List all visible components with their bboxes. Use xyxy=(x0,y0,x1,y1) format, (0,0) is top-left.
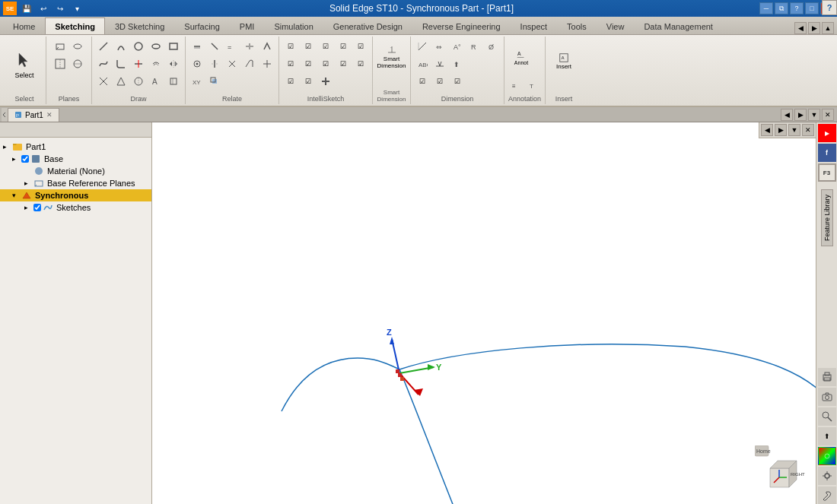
relate-btn-3[interactable]: = xyxy=(224,38,240,55)
relate-btn-8[interactable] xyxy=(224,55,240,72)
relate-btn-7[interactable] xyxy=(206,55,223,72)
is-btn-5[interactable]: ☑ xyxy=(352,38,369,55)
base-checkbox[interactable] xyxy=(21,155,29,163)
dim-btn-8[interactable]: ⬆ xyxy=(449,55,466,72)
insert-btn[interactable]: A Insert xyxy=(549,38,579,84)
draw-line[interactable] xyxy=(95,38,112,55)
is-btn-7[interactable]: ☑ xyxy=(300,55,317,72)
plane-btn-4[interactable] xyxy=(69,55,86,72)
is-btn-3[interactable]: ☑ xyxy=(317,38,334,55)
dim-btn-1[interactable] xyxy=(414,38,431,55)
draw-mirror[interactable] xyxy=(165,55,182,72)
doc-tab-scroll-left[interactable] xyxy=(2,108,8,122)
maximize-button[interactable]: □ xyxy=(805,2,819,14)
view-nav-left[interactable]: ◀ xyxy=(781,109,793,121)
feature-library-tab[interactable]: Feature Library xyxy=(821,189,833,246)
tab-data-management[interactable]: Data Management xyxy=(634,17,723,34)
draw-more-3[interactable] xyxy=(130,73,147,90)
is-btn-8[interactable]: ☑ xyxy=(317,55,334,72)
smart-dimension-btn[interactable]: ↔ SmartDimension xyxy=(377,38,407,76)
viewport-nav-down2[interactable]: ▼ xyxy=(788,124,800,136)
view-close[interactable]: ✕ xyxy=(822,109,834,121)
relate-btn-5[interactable] xyxy=(259,38,275,55)
dim-btn-3[interactable]: A° xyxy=(449,38,466,55)
draw-more-2[interactable] xyxy=(113,73,129,90)
is-btn-plus[interactable] xyxy=(317,73,334,90)
tab-3d-sketching[interactable]: 3D Sketching xyxy=(105,17,174,34)
tab-generative-design[interactable]: Generative Design xyxy=(323,17,412,34)
ribbon-collapse[interactable]: ▲ xyxy=(822,22,834,34)
tree-item-root[interactable]: ▸ Part1 xyxy=(0,141,151,153)
draw-ellipse[interactable] xyxy=(148,38,164,55)
dim-btn-2[interactable]: ⇔ xyxy=(431,38,448,55)
redo-qa-btn[interactable]: ↪ xyxy=(53,2,67,15)
settings-btn[interactable] xyxy=(818,467,836,485)
draw-arc[interactable] xyxy=(113,38,129,55)
tab-surfacing[interactable]: Surfacing xyxy=(174,17,229,34)
is-btn-6[interactable]: ☑ xyxy=(282,55,299,72)
help-button[interactable]: ? xyxy=(822,0,837,15)
viewport-close[interactable]: ✕ xyxy=(802,124,814,136)
ribbon-nav-right[interactable]: ▶ xyxy=(808,22,820,34)
select-button[interactable]: Select xyxy=(6,38,43,93)
color-btn[interactable] xyxy=(818,447,836,465)
draw-more-1[interactable] xyxy=(95,73,112,90)
relate-btn-9[interactable] xyxy=(241,55,258,72)
ann-btn-2[interactable]: ≡ xyxy=(508,77,524,94)
plane-btn-3[interactable] xyxy=(52,55,68,72)
dim-btn-4[interactable]: R xyxy=(466,38,483,55)
undo-qa-btn[interactable]: ↩ xyxy=(37,2,50,15)
draw-fillet[interactable] xyxy=(113,55,129,72)
dim-btn-6[interactable]: ABC xyxy=(414,55,431,72)
up-btn[interactable]: ⬆ xyxy=(818,427,836,445)
dim-btn-5[interactable]: Ø xyxy=(484,38,501,55)
is-btn-4[interactable]: ☑ xyxy=(335,38,352,55)
ann-btn-3[interactable]: T xyxy=(525,77,542,94)
relate-btn-12[interactable] xyxy=(206,73,223,90)
tree-item-synchronous[interactable]: ▾ Synchronous xyxy=(0,189,151,201)
tab-tools[interactable]: Tools xyxy=(557,17,597,34)
restore-button[interactable]: ⧉ xyxy=(775,2,788,14)
viewport-nav-prev[interactable]: ◀ xyxy=(761,124,773,136)
sketches-checkbox[interactable] xyxy=(33,204,41,211)
tree-item-sketches[interactable]: ▸ Sketches xyxy=(0,201,151,214)
relate-btn-4[interactable] xyxy=(241,38,258,55)
relate-btn-2[interactable] xyxy=(206,38,223,55)
draw-circle[interactable] xyxy=(130,38,147,55)
view-nav-down[interactable]: ▼ xyxy=(808,109,820,121)
draw-rect[interactable] xyxy=(165,38,182,55)
doc-tab-part1[interactable]: P Part1 ✕ xyxy=(8,108,59,122)
tree-item-base[interactable]: ▸ Base xyxy=(0,153,151,165)
save-qa-btn[interactable]: 💾 xyxy=(20,2,33,15)
is-btn-12[interactable]: ☑ xyxy=(300,73,317,90)
view-nav-right[interactable]: ▶ xyxy=(794,109,807,121)
zoom-btn[interactable] xyxy=(818,407,836,426)
tab-inspect[interactable]: Inspect xyxy=(511,17,557,34)
tree-item-refplanes[interactable]: ▸ Base Reference Planes xyxy=(0,177,151,189)
youtube-btn[interactable]: ▶ xyxy=(818,124,836,142)
tree-item-material[interactable]: Material (None) xyxy=(0,165,151,177)
qa-dropdown[interactable]: ▾ xyxy=(70,2,84,15)
relate-btn-1[interactable] xyxy=(189,38,205,55)
draw-more-4[interactable]: A xyxy=(148,73,164,90)
navigation-cube[interactable]: Home RIGHT xyxy=(755,445,808,499)
plane-btn-2[interactable] xyxy=(69,38,86,55)
facebook-btn[interactable]: f xyxy=(818,144,836,162)
relate-btn-10[interactable] xyxy=(259,55,275,72)
viewport[interactable]: Z Y Home xyxy=(152,122,816,504)
relate-btn-11[interactable]: XY xyxy=(189,73,205,90)
dim-btn-9[interactable]: ☑ xyxy=(414,73,431,90)
minimize-button[interactable]: ─ xyxy=(759,2,773,14)
tab-pmi[interactable]: PMI xyxy=(230,17,265,34)
is-btn-1[interactable]: ☑ xyxy=(282,38,299,55)
plane-btn-1[interactable] xyxy=(52,38,68,55)
ann-btn-large[interactable]: A Annot xyxy=(508,38,535,76)
is-btn-11[interactable]: ☑ xyxy=(282,73,299,90)
dim-btn-7[interactable] xyxy=(431,55,448,72)
help-icon-btn[interactable]: ? xyxy=(790,2,804,14)
dim-btn-11[interactable]: ☑ xyxy=(449,73,466,90)
f3-key-btn[interactable]: F3 xyxy=(818,163,836,182)
tab-reverse-engineering[interactable]: Reverse Engineering xyxy=(412,17,511,34)
dim-btn-10[interactable]: ☑ xyxy=(431,73,448,90)
tab-simulation[interactable]: Simulation xyxy=(264,17,323,34)
